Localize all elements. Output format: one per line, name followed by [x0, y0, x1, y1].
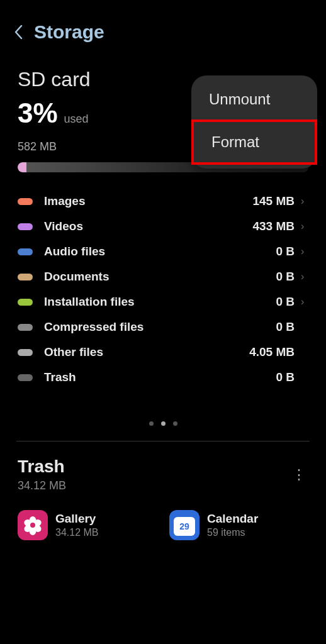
calendar-name: Calendar — [207, 512, 258, 526]
category-list: Images145 MB›Videos433 MB›Audio files0 B… — [18, 189, 308, 390]
trash-section: Trash 34.12 MB ⋮ Gallery 34.12 MB — [0, 441, 326, 540]
used-label: used — [64, 113, 89, 126]
category-value: 0 B — [276, 270, 295, 284]
category-row[interactable]: Documents0 B› — [18, 264, 308, 289]
category-label: Trash — [44, 370, 276, 384]
category-label: Compressed files — [44, 320, 276, 334]
calendar-day: 29 — [174, 517, 195, 536]
category-row[interactable]: Installation files0 B› — [18, 289, 308, 314]
category-label: Installation files — [44, 295, 276, 309]
category-value: 0 B — [276, 245, 295, 258]
calendar-icon: 29 — [169, 510, 200, 540]
trash-size: 34.12 MB — [18, 479, 66, 492]
gallery-name: Gallery — [55, 512, 98, 526]
page-dot — [173, 421, 177, 426]
category-label: Videos — [44, 219, 252, 233]
category-label: Audio files — [44, 245, 276, 258]
page-title: Storage — [34, 21, 104, 43]
trash-app-calendar[interactable]: 29 Calendar 59 items — [169, 510, 308, 540]
category-color-icon — [18, 198, 33, 205]
header: Storage — [0, 0, 326, 55]
category-value: 145 MB — [252, 194, 295, 208]
category-value: 433 MB — [252, 219, 295, 233]
category-color-icon — [18, 374, 33, 381]
calendar-sub: 59 items — [207, 527, 258, 538]
category-row: Trash0 B — [18, 365, 308, 390]
trash-app-gallery[interactable]: Gallery 34.12 MB — [18, 510, 157, 540]
category-label: Documents — [44, 270, 276, 284]
trash-apps: Gallery 34.12 MB 29 Calendar 59 items — [18, 510, 308, 540]
category-row[interactable]: Videos433 MB› — [18, 214, 308, 239]
category-value: 4.05 MB — [249, 345, 295, 359]
chevron-right-icon: › — [301, 221, 308, 232]
category-label: Other files — [44, 345, 249, 359]
category-row: Compressed files0 B — [18, 314, 308, 340]
menu-item-format[interactable]: Format — [191, 119, 317, 165]
category-color-icon — [18, 223, 33, 230]
usage-percent: 3% — [18, 97, 58, 129]
category-row[interactable]: Images145 MB› — [18, 189, 308, 214]
category-color-icon — [18, 349, 33, 356]
trash-title: Trash — [18, 457, 66, 477]
category-value: 0 B — [276, 320, 295, 334]
gallery-sub: 34.12 MB — [55, 527, 98, 538]
category-color-icon — [18, 274, 33, 280]
page-indicator[interactable] — [0, 421, 326, 426]
back-icon[interactable] — [14, 25, 23, 40]
category-value: 0 B — [276, 295, 295, 309]
category-row[interactable]: Audio files0 B› — [18, 239, 308, 264]
category-color-icon — [18, 248, 33, 255]
category-row: Other files4.05 MB — [18, 340, 308, 365]
page-dot — [149, 421, 154, 426]
chevron-right-icon: › — [301, 246, 308, 257]
category-label: Images — [44, 194, 252, 208]
storage-progress-fill — [18, 162, 26, 172]
chevron-right-icon: › — [301, 271, 308, 282]
chevron-right-icon: › — [301, 196, 308, 207]
category-color-icon — [18, 299, 33, 306]
menu-item-unmount[interactable]: Unmount — [191, 79, 317, 119]
trash-header: Trash 34.12 MB ⋮ — [18, 457, 308, 492]
chevron-right-icon: › — [301, 296, 308, 308]
gallery-icon — [18, 510, 48, 540]
context-menu: Unmount Format — [191, 75, 317, 169]
category-value: 0 B — [276, 370, 295, 384]
page-dot — [161, 421, 166, 426]
category-color-icon — [18, 324, 33, 331]
more-menu-icon[interactable]: ⋮ — [289, 463, 308, 487]
